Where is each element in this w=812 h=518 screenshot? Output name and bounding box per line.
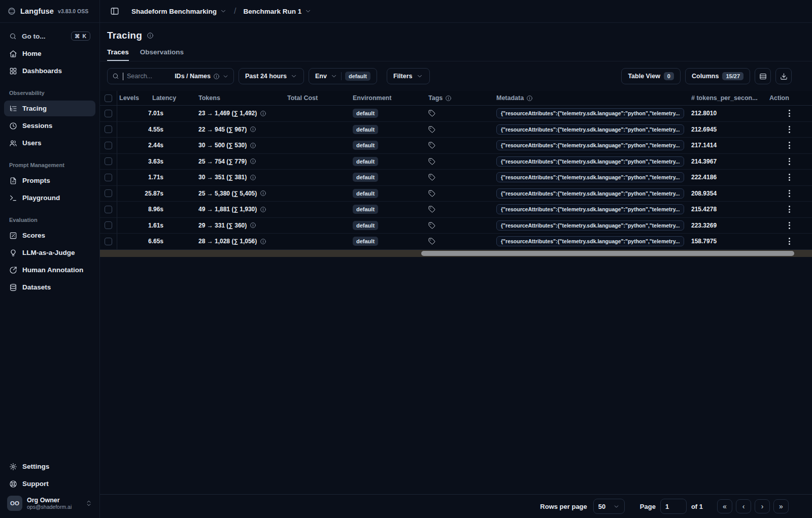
- info-icon[interactable]: [147, 32, 154, 39]
- sidebar-item-scores[interactable]: Scores: [4, 228, 95, 243]
- table-row[interactable]: 25.87s 25 → 5,380 (∑ 5,405) default {"re…: [100, 186, 812, 202]
- sidebar-item-support[interactable]: Support: [4, 476, 95, 492]
- info-icon[interactable]: [445, 95, 452, 102]
- row-actions-button[interactable]: [786, 188, 793, 199]
- table-row[interactable]: 8.96s 49 → 1,881 (∑ 1,930) default {"res…: [100, 202, 812, 218]
- metadata-pill[interactable]: {"resourceAttributes":{"telemetry.sdk.la…: [496, 204, 684, 214]
- breadcrumb-project[interactable]: Benchmark Run 1: [244, 8, 312, 15]
- table-row[interactable]: 1.71s 30 → 351 (∑ 381) default {"resourc…: [100, 170, 812, 186]
- info-icon[interactable]: [250, 126, 256, 133]
- sidebar-toggle-button[interactable]: [107, 4, 122, 19]
- metadata-pill[interactable]: {"resourceAttributes":{"telemetry.sdk.la…: [496, 236, 684, 246]
- export-button[interactable]: [775, 68, 792, 84]
- info-icon[interactable]: [250, 142, 256, 149]
- metadata-pill[interactable]: {"resourceAttributes":{"telemetry.sdk.la…: [496, 124, 684, 135]
- sidebar-item-home[interactable]: Home: [4, 46, 95, 61]
- sidebar-item-settings[interactable]: Settings: [4, 459, 95, 474]
- column-header-latency[interactable]: Latency: [149, 91, 197, 105]
- rows-per-page-select[interactable]: 50: [593, 499, 625, 514]
- sidebar-item-human-annotation[interactable]: Human Annotation: [4, 262, 95, 278]
- row-checkbox[interactable]: [105, 142, 112, 149]
- horizontal-scrollbar[interactable]: [100, 250, 812, 257]
- table-row[interactable]: 7.01s 23 → 1,469 (∑ 1,492) default {"res…: [100, 106, 812, 122]
- tag-icon[interactable]: [428, 238, 435, 245]
- metadata-pill[interactable]: {"resourceAttributes":{"telemetry.sdk.la…: [496, 188, 684, 199]
- info-icon[interactable]: [260, 110, 266, 117]
- row-actions-button[interactable]: [786, 124, 793, 135]
- metadata-pill[interactable]: {"resourceAttributes":{"telemetry.sdk.la…: [496, 140, 684, 150]
- search-input[interactable]: [127, 73, 171, 80]
- tag-icon[interactable]: [428, 142, 435, 149]
- metadata-pill[interactable]: {"resourceAttributes":{"telemetry.sdk.la…: [496, 172, 684, 182]
- tag-icon[interactable]: [428, 174, 435, 181]
- tag-icon[interactable]: [428, 222, 435, 229]
- table-row[interactable]: 1.61s 29 → 331 (∑ 360) default {"resourc…: [100, 218, 812, 234]
- table-row[interactable]: 4.55s 22 → 945 (∑ 967) default {"resourc…: [100, 122, 812, 138]
- row-actions-button[interactable]: [786, 108, 793, 119]
- sidebar-item-tracing[interactable]: Tracing: [4, 101, 95, 116]
- column-header-tokens[interactable]: Tokens: [197, 91, 286, 105]
- row-checkbox[interactable]: [105, 206, 112, 213]
- row-checkbox[interactable]: [105, 174, 112, 181]
- tag-icon[interactable]: [428, 158, 435, 165]
- column-header-levels[interactable]: Levels: [117, 91, 149, 105]
- tag-icon[interactable]: [428, 110, 435, 117]
- breadcrumb-organization[interactable]: Shadeform Benchmarking: [131, 8, 227, 15]
- column-header-tags[interactable]: Tags: [426, 91, 495, 105]
- tag-icon[interactable]: [428, 190, 435, 197]
- tag-icon[interactable]: [428, 126, 435, 133]
- sidebar-item-users[interactable]: Users: [4, 135, 95, 151]
- row-actions-button[interactable]: [786, 172, 793, 183]
- table-row[interactable]: 3.63s 25 → 754 (∑ 779) default {"resourc…: [100, 154, 812, 170]
- column-header-environment[interactable]: Environment: [352, 91, 426, 105]
- tab-traces[interactable]: Traces: [107, 48, 129, 61]
- row-actions-button[interactable]: [786, 204, 793, 215]
- previous-page-button[interactable]: ‹: [736, 499, 751, 513]
- row-checkbox[interactable]: [105, 110, 112, 117]
- sidebar-item-sessions[interactable]: Sessions: [4, 118, 95, 134]
- info-icon[interactable]: [250, 174, 256, 181]
- last-page-button[interactable]: »: [773, 499, 789, 513]
- row-actions-button[interactable]: [786, 140, 793, 151]
- row-height-button[interactable]: [755, 68, 771, 84]
- page-number-input[interactable]: [660, 499, 687, 514]
- sidebar-item-dashboards[interactable]: Dashboards: [4, 63, 95, 79]
- search-scope-dropdown[interactable]: IDs / Names: [175, 73, 229, 80]
- time-range-dropdown[interactable]: Past 24 hours: [239, 68, 304, 84]
- info-icon[interactable]: [260, 190, 266, 197]
- column-header-total-cost[interactable]: Total Cost: [286, 91, 352, 105]
- env-filter-dropdown[interactable]: Env default: [309, 68, 377, 84]
- row-actions-button[interactable]: [786, 156, 793, 167]
- sidebar-item-prompts[interactable]: Prompts: [4, 173, 95, 188]
- column-header-tokens-per-second[interactable]: # tokens_per_secon...: [689, 91, 766, 105]
- sidebar-item-llm-as-a-judge[interactable]: LLM-as-a-Judge: [4, 245, 95, 261]
- table-view-button[interactable]: Table View 0: [621, 68, 681, 84]
- column-header-metadata[interactable]: Metadata: [495, 91, 689, 105]
- tag-icon[interactable]: [428, 206, 435, 213]
- goto-search-button[interactable]: Go to... ⌘ K: [4, 28, 95, 44]
- info-icon[interactable]: [526, 95, 533, 102]
- first-page-button[interactable]: «: [717, 499, 732, 513]
- row-actions-button[interactable]: [786, 236, 793, 247]
- columns-button[interactable]: Columns 15/27: [685, 68, 750, 84]
- info-icon[interactable]: [260, 206, 266, 213]
- filters-dropdown[interactable]: Filters: [387, 68, 430, 84]
- tab-observations[interactable]: Observations: [140, 48, 184, 61]
- row-checkbox[interactable]: [105, 125, 112, 133]
- info-icon[interactable]: [250, 158, 256, 165]
- info-icon[interactable]: [250, 222, 256, 229]
- row-checkbox[interactable]: [105, 189, 112, 197]
- metadata-pill[interactable]: {"resourceAttributes":{"telemetry.sdk.la…: [496, 156, 684, 167]
- sidebar-item-playground[interactable]: Playground: [4, 190, 95, 206]
- search-box[interactable]: IDs / Names: [107, 68, 234, 84]
- metadata-pill[interactable]: {"resourceAttributes":{"telemetry.sdk.la…: [496, 108, 684, 118]
- row-checkbox[interactable]: [105, 221, 112, 229]
- info-icon[interactable]: [260, 238, 266, 245]
- user-menu[interactable]: OO Org Owner ops@shadeform.ai: [4, 492, 95, 514]
- select-all-checkbox[interactable]: [105, 94, 112, 102]
- row-actions-button[interactable]: [786, 220, 793, 231]
- table-row[interactable]: 2.44s 30 → 500 (∑ 530) default {"resourc…: [100, 138, 812, 154]
- row-checkbox[interactable]: [105, 157, 112, 165]
- sidebar-item-datasets[interactable]: Datasets: [4, 279, 95, 295]
- table-row[interactable]: 6.65s 28 → 1,028 (∑ 1,056) default {"res…: [100, 234, 812, 250]
